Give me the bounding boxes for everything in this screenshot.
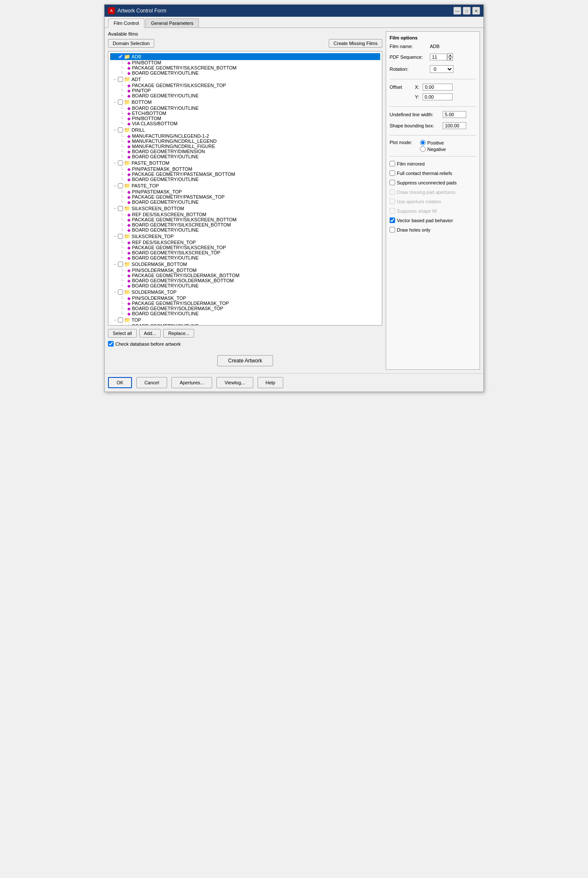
tree-leaf-bottom-2[interactable]: └ ◆ ETCH/BOTTOM — [110, 111, 380, 116]
suppress-unconnected-row: Suppress unconnected pads — [390, 180, 476, 185]
folder-icon-adt: 📁 — [124, 76, 130, 82]
tree-node-soldermask-top[interactable]: − 📁 SOLDERMASK_TOP — [110, 289, 380, 296]
checkbox-drill[interactable] — [118, 127, 123, 133]
separator-3 — [390, 135, 476, 136]
pdf-sequence-down[interactable]: ▼ — [447, 57, 453, 61]
draw-holes-row: Draw holes only — [390, 227, 476, 232]
diamond-drill-4: ◆ — [127, 149, 131, 154]
plot-mode-negative-radio[interactable] — [420, 146, 426, 152]
separator-4 — [390, 156, 476, 157]
plot-mode-positive-radio[interactable] — [420, 140, 426, 145]
pdf-sequence-input[interactable] — [430, 54, 447, 60]
tree-node-drill[interactable]: − 📁 DRILL — [110, 127, 380, 133]
close-button[interactable]: ✕ — [472, 7, 480, 15]
checkbox-bottom[interactable] — [118, 100, 123, 105]
titlebar-buttons: — □ ✕ — [453, 7, 480, 15]
tree-leaf-adb-3[interactable]: └ ◆ BOARD GEOMETRY/OUTLINE — [110, 70, 380, 75]
tree-leaf-drill-5[interactable]: └ ◆ BOARD GEOMETRY/OUTLINE — [110, 154, 380, 159]
full-contact-checkbox[interactable] — [390, 170, 395, 176]
help-button[interactable]: Help — [258, 377, 284, 388]
create-missing-films-button[interactable]: Create Missing Films — [329, 39, 382, 48]
cancel-button[interactable]: Cancel — [136, 377, 167, 388]
tree-node-bottom[interactable]: − 📁 BOTTOM — [110, 99, 380, 106]
tab-general-parameters[interactable]: General Parameters — [145, 18, 199, 27]
offset-x-input[interactable] — [423, 84, 453, 91]
shape-bounding-box-input[interactable] — [443, 122, 466, 129]
domain-selection-button[interactable]: Domain Selection — [108, 39, 154, 48]
suppress-shape-checkbox[interactable] — [390, 208, 395, 214]
offset-y-label: Y: — [415, 94, 419, 100]
window-title: Artwork Control Form — [117, 8, 166, 14]
check-db-checkbox[interactable] — [108, 341, 114, 347]
checkbox-silkscreen-top[interactable] — [118, 234, 123, 239]
checkbox-adt[interactable] — [118, 77, 123, 82]
checkbox-soldermask-top[interactable] — [118, 290, 123, 295]
expand-icon-bottom: − — [112, 99, 118, 105]
connector-2: └ — [120, 66, 126, 70]
tree-group-adt: − 📁 ADT └ ◆ PACKAGE GEOMETRY/SILKSCREEN_… — [110, 76, 380, 98]
tree-leaf-adt-1[interactable]: └ ◆ PACKAGE GEOMETRY/SILKSCREEN_TOP — [110, 83, 380, 88]
tree-leaf-adb-1[interactable]: └ ◆ PIN/BOTTOM — [110, 60, 380, 65]
checkbox-soldermask-bottom[interactable] — [118, 262, 123, 267]
tree-node-top[interactable]: − 📁 TOP — [110, 317, 380, 323]
minimize-button[interactable]: — — [453, 7, 461, 15]
suppress-unconnected-checkbox[interactable] — [390, 180, 395, 185]
undefined-line-width-input[interactable] — [443, 111, 466, 118]
checkbox-silkscreen-bottom[interactable] — [118, 206, 123, 211]
tab-film-control[interactable]: Film Control — [108, 18, 144, 28]
connector-adt-1: └ — [120, 83, 126, 88]
tree-group-silkscreen-bottom: − 📁 SILKSCREEN_BOTTOM └ ◆ REF DES/SILKSC… — [110, 205, 380, 232]
replace-button[interactable]: Replace... — [163, 329, 194, 338]
ok-button[interactable]: OK — [108, 377, 132, 388]
rotation-select[interactable]: 0 90 180 270 — [430, 65, 453, 73]
tree-leaf-adt-3[interactable]: └ ◆ BOARD GEOMETRY/OUTLINE — [110, 93, 380, 98]
tree-leaf-drill-3[interactable]: └ ◆ MANUFACTURING/NCDRILL_FIGURE — [110, 144, 380, 149]
check-db-label: Check database before artwork — [115, 341, 181, 347]
film-tree[interactable]: − 📁 ADB └ ◆ PIN/BOTTOM └ ◆ — [108, 51, 382, 326]
diamond-adt-3: ◆ — [127, 94, 131, 98]
right-panel: Film options Film name: ADB PDF Sequence… — [386, 31, 480, 370]
viewlog-button[interactable]: Viewlog... — [216, 377, 253, 388]
select-all-button[interactable]: Select all — [108, 329, 137, 338]
tree-group-soldermask-bottom: − 📁 SOLDERMASK_BOTTOM └ ◆ PIN/SOLDERMASK… — [110, 261, 380, 288]
tree-node-soldermask-bottom[interactable]: − 📁 SOLDERMASK_BOTTOM — [110, 261, 380, 268]
use-aperture-checkbox[interactable] — [390, 199, 395, 204]
checkbox-paste-top[interactable] — [118, 183, 123, 188]
tree-leaf-bottom-1[interactable]: └ ◆ BOARD GEOMETRY/OUTLINE — [110, 106, 380, 111]
tree-leaf-drill-1[interactable]: └ ◆ MANUFACTURING/NCLEGEND-1-2 — [110, 133, 380, 139]
pdf-sequence-up[interactable]: ▲ — [447, 53, 453, 57]
tree-node-paste-bottom[interactable]: − 📁 PASTE_BOTTOM — [110, 160, 380, 166]
pdf-sequence-row: PDF Sequence: ▲ ▼ — [390, 53, 476, 61]
domain-bar: Domain Selection Create Missing Films — [108, 39, 382, 48]
vector-based-row: Vector based pad behavior — [390, 217, 476, 223]
tree-node-paste-top[interactable]: − 📁 PASTE_TOP — [110, 182, 380, 189]
tree-leaf-bottom-3[interactable]: └ ◆ PIN/BOTTOM — [110, 116, 380, 121]
film-mirrored-checkbox[interactable] — [390, 161, 395, 166]
pdf-sequence-label: PDF Sequence: — [390, 54, 428, 60]
tree-leaf-drill-4[interactable]: └ ◆ BOARD GEOMETRY/DIMENSION — [110, 149, 380, 154]
draw-holes-checkbox[interactable] — [390, 227, 395, 232]
vector-based-checkbox[interactable] — [390, 217, 395, 223]
pdf-sequence-spinner[interactable]: ▲ ▼ — [430, 53, 453, 61]
tree-node-adb[interactable]: − 📁 ADB — [110, 53, 380, 60]
maximize-button[interactable]: □ — [463, 7, 471, 15]
create-artwork-button[interactable]: Create Artwork — [217, 355, 273, 366]
tree-node-silkscreen-bottom[interactable]: − 📁 SILKSCREEN_BOTTOM — [110, 205, 380, 212]
suppress-shape-label: Suppress shape fill — [397, 208, 437, 214]
offset-y-input[interactable] — [423, 94, 453, 100]
tree-leaf-bottom-4[interactable]: └ ◆ VIA CLASS/BOTTOM — [110, 121, 380, 126]
vector-based-label: Vector based pad behavior — [397, 218, 453, 223]
checkbox-top[interactable] — [118, 317, 123, 323]
draw-missing-checkbox[interactable] — [390, 189, 395, 195]
tree-leaf-drill-2[interactable]: └ ◆ MANUFACTURING/NCDRILL_LEGEND — [110, 139, 380, 144]
tree-leaf-adt-2[interactable]: └ ◆ PIN/TOP — [110, 88, 380, 93]
add-button[interactable]: Add... — [139, 329, 161, 338]
suppress-unconnected-label: Suppress unconnected pads — [397, 180, 456, 185]
tree-node-silkscreen-top[interactable]: − 📁 SILKSCREEN_TOP — [110, 233, 380, 240]
offset-y-row: Y: — [390, 94, 476, 100]
tree-leaf-adb-2[interactable]: └ ◆ PACKAGE GEOMETRY/SILKSCREEN_BOTTOM — [110, 65, 380, 70]
apertures-button[interactable]: Apertures... — [171, 377, 212, 388]
checkbox-adb[interactable] — [118, 54, 123, 59]
checkbox-paste-bottom[interactable] — [118, 160, 123, 166]
tree-node-adt[interactable]: − 📁 ADT — [110, 76, 380, 83]
